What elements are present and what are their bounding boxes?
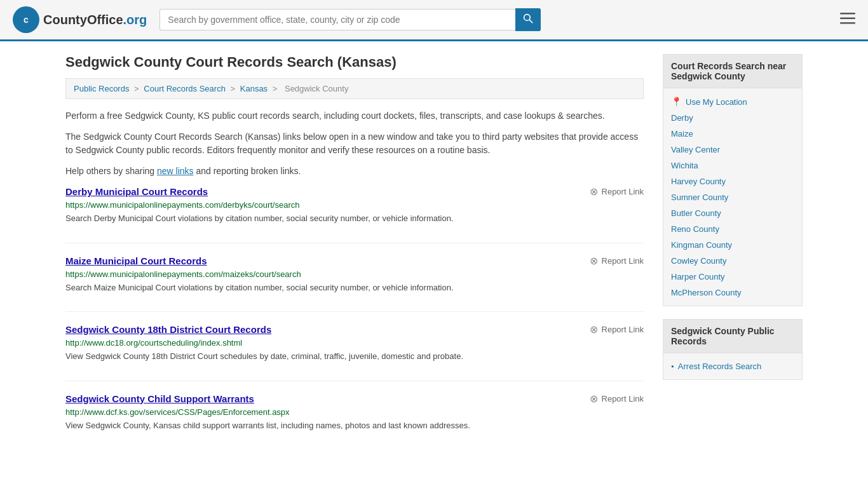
sidebar-nearby-link[interactable]: Reno County bbox=[671, 221, 794, 237]
record-desc: View Sedgwick County, Kansas child suppo… bbox=[65, 419, 644, 432]
record-divider bbox=[65, 381, 644, 381]
new-links-link[interactable]: new links bbox=[157, 166, 194, 176]
sidebar-nearby-content: 📍 Use My Location DerbyMaizeValley Cente… bbox=[663, 88, 802, 306]
record-url: https://www.municipalonlinepayments.com/… bbox=[65, 200, 644, 210]
svg-rect-4 bbox=[840, 13, 855, 15]
logo-text: CountyOffice.org bbox=[43, 13, 147, 27]
sidebar-nearby-link[interactable]: Harvey County bbox=[671, 173, 794, 189]
breadcrumb-link-kansas[interactable]: Kansas bbox=[240, 84, 268, 93]
record-divider bbox=[65, 311, 644, 312]
record-url: http://www.dc18.org/courtscheduling/inde… bbox=[65, 338, 644, 348]
sidebar-nearby-link[interactable]: McPherson County bbox=[671, 285, 794, 301]
report-link-label: Report Link bbox=[602, 187, 644, 196]
sidebar-public-records-content: Arrest Records Search bbox=[663, 353, 802, 379]
breadcrumb: Public Records > Court Records Search > … bbox=[65, 78, 644, 99]
site-header: c CountyOffice.org bbox=[0, 0, 868, 41]
sidebar-nearby-link[interactable]: Sumner County bbox=[671, 189, 794, 205]
record-url: http://www.dcf.ks.gov/services/CSS/Pages… bbox=[65, 407, 644, 417]
sidebar: Court Records Search near Sedgwick Count… bbox=[663, 54, 803, 449]
sidebar-nearby-link[interactable]: Butler County bbox=[671, 205, 794, 221]
use-location-row: 📍 Use My Location bbox=[671, 93, 794, 110]
menu-button[interactable] bbox=[840, 11, 855, 28]
sidebar-public-records-links: Arrest Records Search bbox=[671, 358, 794, 374]
record-title-row: Sedgwick County Child Support Warrants ⊗… bbox=[65, 393, 644, 405]
sidebar-nearby-link[interactable]: Wichita bbox=[671, 158, 794, 173]
sidebar-nearby-links: DerbyMaizeValley CenterWichitaHarvey Cou… bbox=[671, 110, 794, 301]
sidebar-nearby-link[interactable]: Valley Center bbox=[671, 142, 794, 158]
record-title-row: Derby Municipal Court Records ⊗ Report L… bbox=[65, 186, 644, 198]
record-title[interactable]: Maize Municipal Court Records bbox=[65, 255, 207, 266]
breadcrumb-link-public-records[interactable]: Public Records bbox=[74, 84, 129, 93]
record-title[interactable]: Sedgwick County 18th District Court Reco… bbox=[65, 324, 271, 335]
sidebar-public-records-link[interactable]: Arrest Records Search bbox=[671, 358, 794, 374]
sidebar-public-records-title: Sedgwick County Public Records bbox=[663, 320, 802, 353]
record-divider bbox=[65, 243, 644, 243]
report-link-button[interactable]: ⊗ Report Link bbox=[590, 323, 644, 336]
record-url: https://www.municipalonlinepayments.com/… bbox=[65, 269, 644, 279]
sidebar-public-records-box: Sedgwick County Public Records Arrest Re… bbox=[663, 319, 803, 380]
report-link-label: Report Link bbox=[602, 256, 644, 266]
sidebar-nearby-title: Court Records Search near Sedgwick Count… bbox=[663, 55, 802, 88]
sidebar-nearby-link[interactable]: Cowley County bbox=[671, 253, 794, 269]
page-title: Sedgwick County Court Records Search (Ka… bbox=[65, 54, 644, 71]
breadcrumb-link-court-records-search[interactable]: Court Records Search bbox=[144, 84, 226, 93]
sidebar-nearby-link[interactable]: Kingman County bbox=[671, 237, 794, 253]
search-button[interactable] bbox=[515, 8, 541, 31]
search-input[interactable] bbox=[159, 9, 515, 30]
description-1: Perform a free Sedgwick County, KS publi… bbox=[65, 109, 644, 123]
svg-line-3 bbox=[530, 20, 533, 23]
logo[interactable]: c CountyOffice.org bbox=[13, 6, 147, 33]
record-title-row: Sedgwick County 18th District Court Reco… bbox=[65, 323, 644, 336]
svg-rect-5 bbox=[840, 18, 855, 20]
svg-rect-6 bbox=[840, 22, 855, 24]
record-entry: Derby Municipal Court Records ⊗ Report L… bbox=[65, 186, 644, 225]
report-link-button[interactable]: ⊗ Report Link bbox=[590, 186, 644, 198]
sidebar-nearby-link[interactable]: Harper County bbox=[671, 269, 794, 285]
report-link-label: Report Link bbox=[602, 394, 644, 403]
main-wrapper: Sedgwick County Court Records Search (Ka… bbox=[53, 41, 815, 462]
record-title[interactable]: Sedgwick County Child Support Warrants bbox=[65, 393, 254, 404]
description-2: The Sedgwick County Court Records Search… bbox=[65, 130, 644, 157]
record-title[interactable]: Derby Municipal Court Records bbox=[65, 186, 208, 197]
sidebar-nearby-link[interactable]: Derby bbox=[671, 110, 794, 126]
location-pin-icon: 📍 bbox=[671, 97, 682, 107]
report-link-button[interactable]: ⊗ Report Link bbox=[590, 393, 644, 405]
report-link-label: Report Link bbox=[602, 325, 644, 334]
report-icon: ⊗ bbox=[590, 186, 598, 198]
record-entry: Sedgwick County 18th District Court Reco… bbox=[65, 323, 644, 363]
svg-point-2 bbox=[524, 15, 531, 21]
report-icon: ⊗ bbox=[590, 255, 598, 267]
record-desc: Search Derby Municipal Court violations … bbox=[65, 212, 644, 225]
report-icon: ⊗ bbox=[590, 393, 598, 405]
record-entry: Maize Municipal Court Records ⊗ Report L… bbox=[65, 255, 644, 294]
breadcrumb-current: Sedgwick County bbox=[285, 84, 348, 93]
search-bar bbox=[159, 8, 541, 31]
report-link-button[interactable]: ⊗ Report Link bbox=[590, 255, 644, 267]
record-desc: View Sedgwick County 18th District Court… bbox=[65, 350, 644, 363]
record-title-row: Maize Municipal Court Records ⊗ Report L… bbox=[65, 255, 644, 267]
report-icon: ⊗ bbox=[590, 323, 598, 336]
record-entry: Sedgwick County Child Support Warrants ⊗… bbox=[65, 393, 644, 432]
main-content: Sedgwick County Court Records Search (Ka… bbox=[65, 54, 644, 449]
records-list: Derby Municipal Court Records ⊗ Report L… bbox=[65, 186, 644, 431]
svg-text:c: c bbox=[24, 15, 29, 25]
logo-icon: c bbox=[13, 6, 39, 33]
sidebar-nearby-link[interactable]: Maize bbox=[671, 126, 794, 142]
record-desc: Search Maize Municipal Court violations … bbox=[65, 281, 644, 294]
sidebar-nearby-box: Court Records Search near Sedgwick Count… bbox=[663, 54, 803, 306]
description-3: Help others by sharing new links and rep… bbox=[65, 165, 644, 178]
use-my-location-link[interactable]: Use My Location bbox=[686, 97, 747, 107]
